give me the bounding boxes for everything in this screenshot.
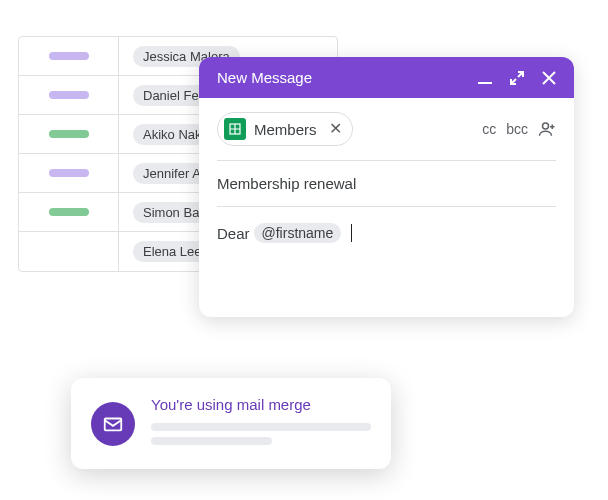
status-cell: [19, 154, 119, 192]
merge-field-tag: @firstname: [254, 223, 342, 243]
subject-field[interactable]: Membership renewal: [217, 161, 556, 207]
placeholder-line: [151, 437, 272, 445]
placeholder-line: [151, 423, 371, 431]
cc-bcc-group: cc bcc: [482, 120, 556, 138]
svg-rect-0: [478, 82, 492, 84]
svg-rect-7: [105, 418, 122, 430]
close-icon[interactable]: [542, 71, 556, 85]
status-cell: [19, 115, 119, 153]
body-greeting: Dear: [217, 225, 250, 242]
minimize-icon[interactable]: [478, 71, 492, 85]
svg-point-4: [543, 123, 549, 129]
toast-title: You're using mail merge: [151, 396, 371, 413]
bcc-button[interactable]: bcc: [506, 121, 528, 137]
sheets-icon: [224, 118, 246, 140]
add-contact-icon[interactable]: [538, 120, 556, 138]
status-pill: [49, 52, 89, 60]
expand-icon[interactable]: [510, 71, 524, 85]
compose-header-actions: [478, 71, 556, 85]
compose-header: New Message: [199, 57, 574, 98]
text-cursor: [351, 224, 352, 242]
status-pill: [49, 169, 89, 177]
compose-body: Members ✕ cc bcc Membership renewal Dear…: [199, 98, 574, 317]
toast-content: You're using mail merge: [151, 396, 371, 451]
compose-window: New Message Members ✕ cc bcc Membership …: [199, 57, 574, 317]
mail-merge-icon: [91, 402, 135, 446]
status-cell: [19, 37, 119, 75]
compose-title: New Message: [217, 69, 312, 86]
status-cell: [19, 76, 119, 114]
mail-merge-toast: You're using mail merge: [71, 378, 391, 469]
to-field-row[interactable]: Members ✕ cc bcc: [217, 112, 556, 161]
status-pill: [49, 130, 89, 138]
recipient-chip-label: Members: [254, 121, 317, 138]
status-pill: [49, 91, 89, 99]
body-field[interactable]: Dear @firstname: [217, 207, 556, 303]
status-cell: [19, 232, 119, 271]
status-pill: [49, 208, 89, 216]
chip-remove-icon[interactable]: ✕: [329, 121, 342, 137]
name-cell: Elena Lee: [119, 241, 212, 262]
subject-text: Membership renewal: [217, 175, 356, 192]
recipient-chip[interactable]: Members ✕: [217, 112, 353, 146]
cc-button[interactable]: cc: [482, 121, 496, 137]
status-cell: [19, 193, 119, 231]
